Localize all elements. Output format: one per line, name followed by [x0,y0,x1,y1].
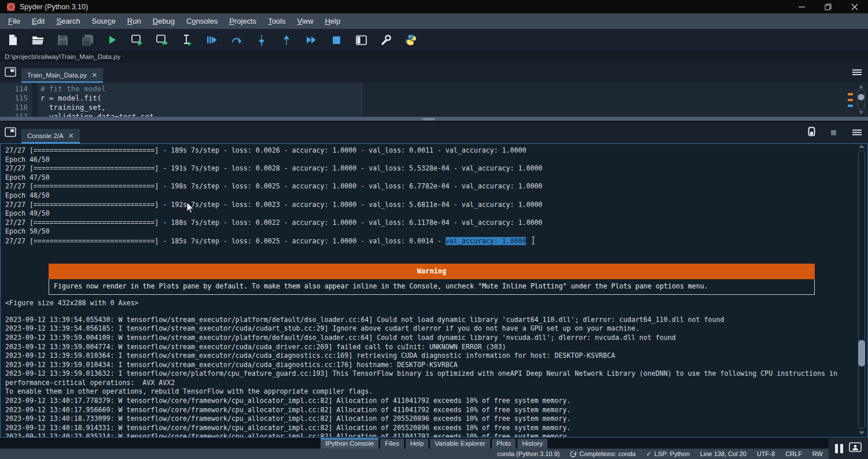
tensorflow-log-line: 2023-09-12 13:39:54.055430: W tensorflow… [5,316,867,325]
status-bar: conda (Python 3.10.9) Completions: conda… [0,449,868,459]
menu-consoles[interactable]: Consoles [181,13,223,29]
console-line: Epoch 50/50 [5,227,867,236]
close-button[interactable] [841,0,868,13]
encoding-status: UTF-8 [757,450,775,457]
tab-plots[interactable]: Plots [492,439,516,449]
info-marker[interactable] [848,105,853,107]
tab-variable-explorer[interactable]: Variable Explorer [430,439,490,449]
tensorflow-log-line: 2023-09-12 13:40:17.956669: W tensorflow… [5,406,867,415]
cursor-position-status: Line 138, Col 20 [700,450,746,457]
tensorflow-log-line: 2023-09-12 13:39:59.004774: W tensorflow… [5,343,867,352]
step-into-icon[interactable] [255,34,268,46]
code-text: training_set, [28,103,106,112]
console-tab-label: Console 2/A [27,132,64,139]
text-cursor-icon [531,238,536,246]
menu-debug[interactable]: Debug [147,13,181,29]
console-line: Epoch 49/50 [5,209,867,219]
tensorflow-log-line: 2023-09-12 13:40:23.035214: W tensorflow… [5,432,867,438]
tab-ipython-console[interactable]: IPython Console [321,438,378,449]
restore-button[interactable] [815,0,841,13]
console-tab-close-icon[interactable]: ✕ [68,132,74,139]
splitter-handle[interactable] [422,118,435,120]
tensorflow-log-line: To enable them in other operations, rebu… [5,387,867,397]
scroll-down-icon[interactable] [859,431,865,435]
save-all-icon[interactable] [81,34,94,46]
warning-marker[interactable] [848,99,853,101]
tab-help[interactable]: Help [406,439,429,449]
run-cell-icon[interactable] [131,34,144,46]
menu-projects[interactable]: Projects [223,13,262,29]
menu-run[interactable]: Run [122,13,147,29]
menu-help[interactable]: Help [319,13,346,29]
continue-execution-icon[interactable] [305,34,318,46]
console-line: 27/27 [==============================] -… [5,164,867,173]
preferences-icon[interactable] [380,34,392,46]
tensorflow-log-line: performance-critical operations: AVX AVX… [5,379,867,388]
code-line: 117 validation_data=test_set, [0,112,845,117]
tab-files[interactable]: Files [380,439,403,449]
menu-bar: FileEditSearchSourceRunDebugConsolesProj… [0,13,868,29]
permissions-status: RW [812,450,823,457]
ipython-console-output[interactable]: 27/27 [==============================] -… [0,143,868,438]
maximize-pane-icon[interactable] [355,34,367,46]
console-line: 27/27 [==============================] -… [5,146,867,156]
open-file-icon[interactable] [31,34,44,46]
title-bar: Spyder (Python 3.10) [0,0,868,13]
tensorflow-log-line: 2023-09-12 13:39:54.056185: I tensorflow… [5,324,867,334]
editor-tab[interactable]: Train_Main_Data.py ✕ [21,68,103,83]
editor-scrollbar[interactable] [856,84,866,117]
editor-options-menu-icon[interactable] [852,68,862,78]
menu-edit[interactable]: Edit [26,13,50,29]
remove-variables-icon[interactable] [808,127,815,139]
run-file-icon[interactable] [106,34,119,46]
scrollbar-thumb[interactable] [858,340,865,367]
file-path-breadcrumb: D:\projects\railway\Train_Main_Data.py [0,51,868,62]
warning-marker[interactable] [848,93,853,95]
interpreter-status[interactable]: conda (Python 3.10.9) [497,450,560,457]
editor-tab-bar: Train_Main_Data.py ✕ [0,62,868,83]
pythonpath-manager-icon[interactable] [404,34,417,46]
code-editor[interactable]: 114 # fit the model 115 r = model.fit( 1… [0,83,868,117]
minimize-button[interactable] [788,0,815,13]
menu-tools[interactable]: Tools [262,13,291,29]
console-tab[interactable]: Console 2/A ✕ [21,129,80,143]
warning-message: Figures now render in the Plots pane by … [49,279,814,295]
debug-file-icon[interactable] [205,34,218,46]
console-line: 27/27 [==============================] -… [5,219,867,228]
new-file-icon[interactable] [6,34,19,46]
webcam-icon[interactable] [849,442,862,455]
scrollbar-track[interactable] [858,150,865,429]
tab-history[interactable]: History [517,439,547,449]
code-line: 116 training_set, [0,103,845,112]
menu-view[interactable]: View [291,13,319,29]
save-icon[interactable] [56,34,69,46]
step-return-icon[interactable] [280,34,293,46]
stop-icon[interactable] [330,34,343,46]
completions-icon [570,451,576,457]
console-options-menu-icon[interactable] [852,128,862,138]
run-selection-icon[interactable] [181,34,193,46]
recorder-overlay [829,438,868,459]
menu-file[interactable]: File [2,13,26,29]
browse-console-tabs-icon[interactable] [5,127,16,139]
tensorflow-logs: 2023-09-12 13:39:54.055430: W tensorflow… [5,316,867,438]
pane-splitter[interactable] [0,117,868,122]
scroll-up-icon[interactable] [859,145,865,148]
pause-icon[interactable] [835,444,843,453]
console-scrollbar[interactable] [857,145,866,435]
interrupt-kernel-icon[interactable] [830,128,837,138]
editor-tab-close-icon[interactable]: ✕ [91,72,97,79]
completions-status[interactable]: Completions: conda [570,450,635,457]
menu-search[interactable]: Search [50,13,86,29]
final-line-text: 27/27 [==============================] -… [5,237,446,245]
editor-warning-markers [848,93,853,107]
lsp-status[interactable]: ✓ LSP: Python [646,450,689,458]
pane-tab-bar: IPython Console Files Help Variable Expl… [0,438,868,449]
code-text: # fit the model [28,84,106,94]
line-number: 116 [0,103,28,112]
console-tab-bar: Console 2/A ✕ [0,122,868,143]
run-cell-advance-icon[interactable] [156,34,168,46]
browse-tabs-icon[interactable] [5,67,16,79]
menu-source[interactable]: Source [86,13,122,29]
run-current-line-icon[interactable] [230,34,243,46]
